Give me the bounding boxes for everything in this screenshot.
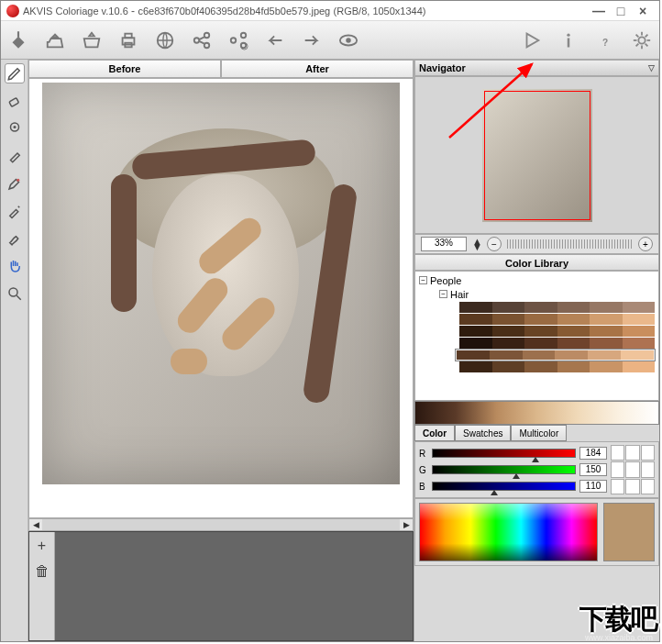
info-icon[interactable] xyxy=(557,28,580,52)
library-swatch-cell[interactable] xyxy=(623,302,656,313)
r-value-field[interactable]: 184 xyxy=(579,447,607,460)
b-value-field[interactable]: 110 xyxy=(579,480,607,493)
recolor-brush-tool[interactable] xyxy=(5,173,25,194)
share-web-icon[interactable] xyxy=(153,28,177,52)
library-swatch-cell[interactable] xyxy=(459,302,492,313)
close-button[interactable]: × xyxy=(632,4,654,18)
library-swatch-row[interactable] xyxy=(459,326,655,337)
tab-swatches[interactable]: Swatches xyxy=(455,425,511,441)
r-slider[interactable] xyxy=(432,449,576,458)
tree-node-people[interactable]: − People xyxy=(419,273,655,287)
save-file-icon[interactable] xyxy=(80,28,104,52)
paint-bucket-icon[interactable] xyxy=(6,28,30,52)
library-swatch-cell[interactable] xyxy=(588,350,621,360)
export-settings-icon[interactable] xyxy=(226,28,250,52)
canvas-area[interactable] xyxy=(28,78,414,518)
navigator-preview[interactable] xyxy=(414,76,659,234)
g-slider[interactable] xyxy=(432,465,576,474)
spectrum-picker[interactable] xyxy=(419,503,598,561)
library-swatch-cell[interactable] xyxy=(524,302,557,313)
eyedropper-tool[interactable] xyxy=(5,201,25,221)
library-swatch-cell[interactable] xyxy=(492,326,525,337)
library-swatch-row[interactable] xyxy=(459,338,655,349)
zoom-in-button[interactable]: + xyxy=(638,237,653,251)
tab-multicolor[interactable]: Multicolor xyxy=(511,425,567,441)
recent-colors-grid[interactable] xyxy=(611,445,655,494)
zoom-value-field[interactable]: 33% xyxy=(421,237,467,251)
library-swatch-cell[interactable] xyxy=(590,338,623,349)
color-library-tree[interactable]: − People − Hair xyxy=(414,271,659,401)
library-swatch-row[interactable] xyxy=(459,302,655,313)
library-swatch-cell[interactable] xyxy=(557,326,590,337)
library-swatch-cell[interactable] xyxy=(590,326,623,337)
library-gradient-bar[interactable] xyxy=(414,401,659,425)
open-file-icon[interactable] xyxy=(43,28,67,52)
scroll-left-icon[interactable]: ◀ xyxy=(29,520,42,529)
recent-color-cell[interactable] xyxy=(625,479,639,494)
library-swatch-row[interactable] xyxy=(459,361,655,372)
library-swatch-row[interactable] xyxy=(456,350,655,361)
run-button[interactable] xyxy=(520,28,544,52)
preview-eye-icon[interactable] xyxy=(337,28,360,52)
library-swatch-cell[interactable] xyxy=(457,350,490,360)
library-swatch-cell[interactable] xyxy=(524,326,557,337)
scroll-right-icon[interactable]: ▶ xyxy=(400,520,413,529)
g-value-field[interactable]: 150 xyxy=(579,463,607,476)
library-swatch-cell[interactable] xyxy=(524,338,557,349)
library-swatch-cell[interactable] xyxy=(459,361,492,372)
protect-brush-tool[interactable] xyxy=(5,228,25,249)
library-swatch-cell[interactable] xyxy=(459,338,492,349)
delete-preset-button[interactable]: 🗑 xyxy=(35,563,50,580)
scroll-track[interactable] xyxy=(42,519,400,530)
share-social-icon[interactable] xyxy=(190,28,214,52)
library-swatch-cell[interactable] xyxy=(590,302,623,313)
library-swatch-cell[interactable] xyxy=(623,314,656,325)
library-swatch-cell[interactable] xyxy=(623,361,656,372)
recent-color-cell[interactable] xyxy=(641,445,655,461)
library-swatch-cell[interactable] xyxy=(492,338,525,349)
library-swatch-cell[interactable] xyxy=(623,338,656,349)
library-swatch-cell[interactable] xyxy=(492,302,525,313)
recent-color-cell[interactable] xyxy=(625,461,639,477)
library-swatch-cell[interactable] xyxy=(492,314,525,325)
recent-color-cell[interactable] xyxy=(641,461,655,477)
library-swatch-cell[interactable] xyxy=(557,302,590,313)
library-swatch-cell[interactable] xyxy=(492,361,525,372)
minimize-button[interactable]: — xyxy=(588,4,610,18)
zoom-stepper[interactable]: ▲▼ xyxy=(472,239,481,250)
library-swatch-cell[interactable] xyxy=(621,350,654,360)
add-preset-button[interactable]: + xyxy=(38,538,46,554)
tab-color[interactable]: Color xyxy=(414,425,455,441)
recent-color-cell[interactable] xyxy=(611,479,624,494)
magic-tube-tool[interactable] xyxy=(5,118,25,139)
recent-color-cell[interactable] xyxy=(625,445,639,461)
tree-expand-icon[interactable]: − xyxy=(419,276,427,284)
library-swatch-cell[interactable] xyxy=(623,326,656,337)
zoom-slider[interactable] xyxy=(507,239,633,249)
recent-color-cell[interactable] xyxy=(641,479,655,494)
b-slider[interactable] xyxy=(432,482,576,491)
library-swatch-cell[interactable] xyxy=(557,361,590,372)
library-swatch-cell[interactable] xyxy=(459,326,492,337)
library-swatch-cell[interactable] xyxy=(557,314,590,325)
tree-node-hair[interactable]: − Hair xyxy=(419,287,655,301)
redo-icon[interactable] xyxy=(300,28,324,52)
help-icon[interactable]: ? xyxy=(593,28,617,52)
navigator-viewport-box[interactable] xyxy=(484,91,590,220)
pencil-tool[interactable] xyxy=(5,63,25,83)
library-swatch-cell[interactable] xyxy=(590,361,623,372)
library-swatch-cell[interactable] xyxy=(555,350,588,360)
library-swatch-cell[interactable] xyxy=(524,361,557,372)
maximize-button[interactable]: □ xyxy=(610,4,632,18)
library-swatch-row[interactable] xyxy=(459,314,655,325)
eraser-tool[interactable] xyxy=(5,91,25,111)
tube-tool[interactable] xyxy=(5,146,25,166)
settings-gear-icon[interactable] xyxy=(630,28,654,52)
zoom-tool[interactable] xyxy=(5,283,25,304)
library-swatch-cell[interactable] xyxy=(590,314,623,325)
navigator-collapse-icon[interactable]: ▽ xyxy=(648,63,655,72)
horizontal-scrollbar[interactable]: ◀ ▶ xyxy=(28,518,414,531)
print-icon[interactable] xyxy=(116,28,140,52)
library-swatch-cell[interactable] xyxy=(490,350,523,360)
tab-after[interactable]: After xyxy=(221,60,414,78)
